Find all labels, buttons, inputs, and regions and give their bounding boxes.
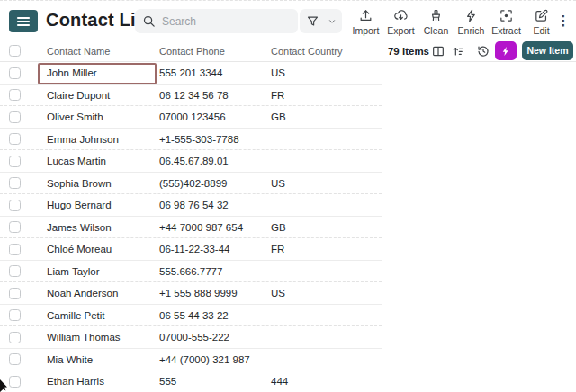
- table-row[interactable]: Lucas Martin 06.45.67.89.01: [0, 150, 576, 173]
- contact-name-cell[interactable]: John Miller: [47, 62, 97, 85]
- contact-name-cell[interactable]: Camille Petit: [47, 305, 105, 327]
- row-checkbox[interactable]: [9, 353, 21, 365]
- history-icon: [476, 44, 490, 58]
- contact-name-cell[interactable]: Ethan Harris: [47, 370, 104, 392]
- clean-brush-icon: [428, 8, 444, 23]
- contact-phone-cell[interactable]: (555)402-8899: [159, 173, 227, 195]
- row-checkbox[interactable]: [9, 177, 21, 189]
- table-row[interactable]: Ethan Harris 555 444: [0, 370, 576, 392]
- contact-phone-cell[interactable]: 06 55 44 33 22: [159, 305, 229, 327]
- contact-name-cell[interactable]: Claire Dupont: [47, 85, 110, 107]
- row-checkbox[interactable]: [9, 89, 21, 101]
- new-item-button[interactable]: New Item: [522, 41, 573, 60]
- export-label: Export: [387, 25, 414, 36]
- row-checkbox[interactable]: [9, 244, 21, 255]
- row-checkbox[interactable]: [9, 133, 21, 145]
- contact-country-cell[interactable]: FR: [271, 238, 284, 261]
- contact-phone-cell[interactable]: 555: [159, 370, 176, 392]
- extract-scan-icon: [499, 8, 514, 23]
- table-row[interactable]: Chloé Moreau 06-11-22-33-44 FR: [0, 238, 576, 261]
- contact-phone-cell[interactable]: 555.666.7777: [159, 261, 222, 283]
- row-checkbox[interactable]: [9, 156, 21, 167]
- row-checkbox[interactable]: [9, 288, 21, 299]
- search-box[interactable]: [135, 9, 298, 33]
- contact-name-cell[interactable]: Mia White: [47, 349, 93, 371]
- contact-country-cell[interactable]: GB: [271, 217, 286, 239]
- sort-button[interactable]: [451, 44, 465, 58]
- search-input[interactable]: [162, 15, 291, 28]
- contact-country-cell[interactable]: US: [271, 173, 285, 195]
- row-checkbox[interactable]: [9, 309, 21, 321]
- contact-name-cell[interactable]: Chloé Moreau: [47, 238, 112, 261]
- contact-name-cell[interactable]: Sophia Brown: [47, 173, 112, 195]
- contact-name-cell[interactable]: William Thomas: [47, 326, 121, 349]
- import-icon: [358, 8, 374, 23]
- contact-name-cell[interactable]: Hugo Bernard: [47, 194, 112, 217]
- contact-phone-cell[interactable]: 06 12 34 56 78: [159, 85, 229, 107]
- contact-country-cell[interactable]: GB: [271, 106, 286, 129]
- table-row[interactable]: John Miller 555 201 3344 US: [0, 62, 576, 85]
- import-button[interactable]: Import: [348, 4, 383, 40]
- contact-phone-cell[interactable]: 07000 123456: [159, 106, 226, 129]
- contact-name-cell[interactable]: Emma Johnson: [47, 129, 119, 151]
- extract-button[interactable]: Extract: [489, 4, 524, 40]
- contact-phone-cell[interactable]: 555 201 3344: [159, 62, 222, 85]
- history-button[interactable]: [476, 44, 490, 58]
- table-row[interactable]: Hugo Bernard 06 98 76 54 32: [0, 194, 576, 217]
- contact-phone-cell[interactable]: 06-11-22-33-44: [159, 238, 230, 261]
- contact-name-cell[interactable]: Liam Taylor: [47, 261, 100, 283]
- table-row[interactable]: James Wilson +44 7000 987 654 GB: [0, 217, 576, 239]
- column-header-contact-country[interactable]: Contact Country: [271, 40, 342, 62]
- select-all-checkbox[interactable]: [9, 45, 21, 57]
- ai-automation-button[interactable]: [495, 41, 517, 60]
- columns-view-button[interactable]: [431, 44, 446, 58]
- table-row[interactable]: Claire Dupont 06 12 34 56 78 FR: [0, 85, 576, 107]
- lightning-icon: [500, 46, 511, 57]
- row-checkbox[interactable]: [9, 111, 21, 123]
- contact-country-cell[interactable]: FR: [271, 85, 284, 107]
- clean-button[interactable]: Clean: [418, 4, 454, 40]
- app-window: Contact List Import: [0, 0, 576, 392]
- contact-phone-cell[interactable]: 06 98 76 54 32: [159, 194, 229, 217]
- edit-button[interactable]: Edit: [524, 4, 559, 40]
- edit-label: Edit: [533, 25, 549, 36]
- contact-phone-cell[interactable]: +44 7000 987 654: [159, 217, 243, 239]
- items-count: 79 items: [388, 40, 429, 62]
- filter-button[interactable]: [300, 9, 342, 33]
- table-row[interactable]: Oliver Smith 07000 123456 GB: [0, 106, 576, 129]
- row-checkbox[interactable]: [9, 200, 21, 211]
- contact-country-cell[interactable]: US: [271, 282, 285, 305]
- import-label: Import: [353, 25, 380, 36]
- enrich-button[interactable]: Enrich: [454, 4, 489, 40]
- contact-phone-cell[interactable]: +44 (7000) 321 987: [159, 349, 250, 371]
- row-checkbox[interactable]: [9, 265, 21, 277]
- toolbar-actions: Import Export Clean: [348, 4, 559, 40]
- contact-name-cell[interactable]: Noah Anderson: [47, 282, 118, 305]
- menu-button[interactable]: [9, 10, 38, 32]
- contact-phone-cell[interactable]: 07000-555-222: [159, 326, 230, 349]
- contact-phone-cell[interactable]: +1 555 888 9999: [159, 282, 238, 305]
- top-toolbar: Contact List Import: [0, 1, 576, 40]
- row-checkbox[interactable]: [9, 332, 21, 343]
- table-row[interactable]: Emma Johnson +1-555-303-7788: [0, 129, 576, 151]
- table-row[interactable]: Sophia Brown (555)402-8899 US: [0, 173, 576, 195]
- table-row[interactable]: Mia White +44 (7000) 321 987: [0, 349, 576, 371]
- row-checkbox[interactable]: [9, 67, 21, 79]
- row-checkbox[interactable]: [9, 376, 21, 388]
- column-header-contact-name[interactable]: Contact Name: [47, 40, 110, 62]
- contact-country-cell[interactable]: 444: [271, 370, 288, 392]
- contact-phone-cell[interactable]: +1-555-303-7788: [159, 129, 239, 151]
- contact-phone-cell[interactable]: 06.45.67.89.01: [159, 150, 229, 173]
- contact-country-cell[interactable]: US: [271, 62, 285, 85]
- table-row[interactable]: Camille Petit 06 55 44 33 22: [0, 305, 576, 327]
- table-row[interactable]: William Thomas 07000-555-222: [0, 326, 576, 349]
- export-button[interactable]: Export: [383, 4, 418, 40]
- column-header-contact-phone[interactable]: Contact Phone: [159, 40, 225, 62]
- contact-name-cell[interactable]: Oliver Smith: [47, 106, 104, 129]
- row-checkbox[interactable]: [9, 221, 21, 233]
- table-row[interactable]: Liam Taylor 555.666.7777: [0, 261, 576, 283]
- contact-name-cell[interactable]: James Wilson: [47, 217, 112, 239]
- table-row[interactable]: Noah Anderson +1 555 888 9999 US: [0, 282, 576, 305]
- contact-name-cell[interactable]: Lucas Martin: [47, 150, 106, 173]
- kebab-menu-icon[interactable]: ⋮: [555, 11, 572, 31]
